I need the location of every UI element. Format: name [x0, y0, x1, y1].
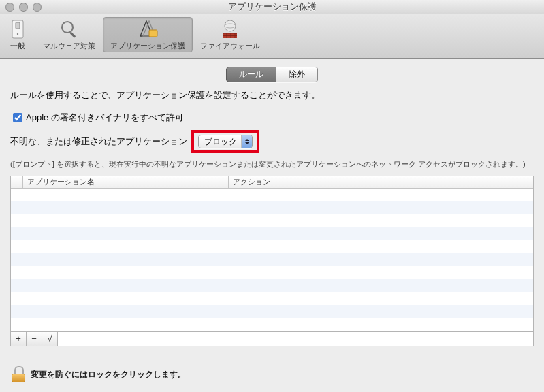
table-header-app[interactable]: アプリケーション名 [23, 176, 229, 188]
table-row [11, 201, 533, 214]
unknown-app-action-select[interactable]: ブロック [198, 135, 253, 148]
table-footer: + − √ [11, 331, 533, 346]
unknown-app-label: 不明な、または修正されたアプリケーション [10, 135, 187, 148]
apply-button[interactable]: √ [42, 332, 58, 346]
table-row [11, 214, 533, 227]
table-header-spacer [11, 176, 23, 188]
content-area: ルール 除外 ルールを使用することで、アプリケーション保護を設定することができま… [0, 59, 544, 346]
segmented-control: ルール 除外 [10, 67, 534, 82]
prompt-hint-text: ([プロンプト] を選択すると、現在実行中の不明なアプリケーションまたは変更され… [10, 159, 534, 170]
preferences-window: アプリケーション保護 一般 マルウェア対策 アプリケーション保護 ファイアウォー… [0, 0, 544, 392]
table-header-action[interactable]: アクション [229, 176, 533, 188]
toolbar-label: マルウェア対策 [43, 41, 95, 51]
allow-signed-row: Apple の署名付きバイナリをすべて許可 [10, 111, 534, 125]
table-row [11, 253, 533, 266]
table-row [11, 292, 533, 305]
rules-description: ルールを使用することで、アプリケーション保護を設定することができます。 [10, 89, 534, 101]
lock-open-icon [12, 366, 25, 382]
toolbar-tab-app-protection[interactable]: アプリケーション保護 [103, 17, 193, 52]
rules-table: アプリケーション名 アクション + − √ [10, 176, 534, 346]
svg-point-6 [225, 20, 236, 31]
toolbar: 一般 マルウェア対策 アプリケーション保護 ファイアウォール [0, 14, 544, 59]
table-row [11, 240, 533, 253]
table-header: アプリケーション名 アクション [11, 176, 533, 189]
titlebar: アプリケーション保護 [0, 0, 544, 14]
toolbar-label: 一般 [10, 41, 25, 51]
toolbar-tab-firewall[interactable]: ファイアウォール [193, 17, 268, 52]
unknown-app-row: 不明な、または修正されたアプリケーション ブロック [10, 130, 534, 153]
switch-icon [7, 19, 28, 39]
table-row [11, 318, 533, 331]
allow-apple-signed-checkbox[interactable] [13, 113, 22, 122]
lock-row[interactable]: 変更を防ぐにはロックをクリックします。 [12, 366, 186, 382]
svg-point-3 [62, 22, 73, 33]
table-row [11, 279, 533, 292]
table-row [11, 266, 533, 279]
lock-text: 変更を防ぐにはロックをクリックします。 [31, 369, 186, 380]
toolbar-tab-general[interactable]: 一般 [0, 17, 35, 52]
table-row [11, 189, 533, 201]
svg-rect-5 [149, 30, 157, 37]
table-row [11, 305, 533, 318]
toolbar-label: ファイアウォール [200, 41, 260, 51]
window-title: アプリケーション保護 [0, 1, 544, 13]
tab-exclude[interactable]: 除外 [276, 67, 318, 82]
remove-button[interactable]: − [27, 332, 42, 346]
table-body[interactable] [11, 189, 533, 331]
toolbar-tab-antimalware[interactable]: マルウェア対策 [35, 17, 103, 52]
toolbar-label: アプリケーション保護 [110, 41, 185, 51]
firewall-icon [220, 19, 240, 39]
highlight-box: ブロック [191, 130, 259, 153]
magnifier-icon [59, 19, 80, 39]
svg-rect-4 [69, 32, 76, 38]
unknown-app-action-popup[interactable]: ブロック [198, 135, 253, 148]
svg-point-2 [17, 33, 18, 35]
app-shield-icon [138, 19, 158, 39]
allow-apple-signed-label: Apple の署名付きバイナリをすべて許可 [26, 112, 184, 124]
tab-rules[interactable]: ルール [226, 67, 276, 82]
svg-rect-1 [16, 22, 20, 29]
add-button[interactable]: + [11, 332, 27, 346]
table-row [11, 227, 533, 240]
